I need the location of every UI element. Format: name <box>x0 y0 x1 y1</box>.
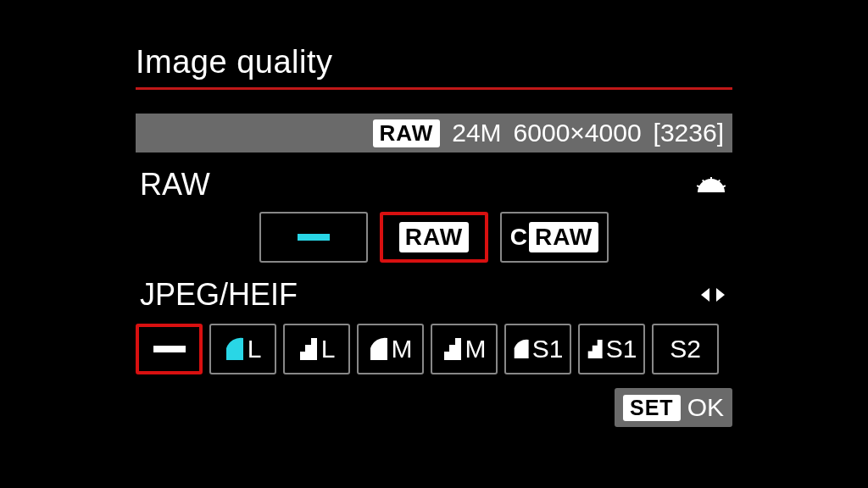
jpeg-option-fine-s1[interactable]: S1 <box>504 324 571 374</box>
quality-fine-icon <box>225 336 247 362</box>
jpeg-option-fine-m[interactable]: M <box>357 324 424 374</box>
dash-icon <box>153 346 186 352</box>
set-ok-button[interactable]: SET OK <box>615 388 732 427</box>
raw-option-craw[interactable]: C RAW <box>500 212 609 263</box>
quality-normal-icon <box>587 337 605 361</box>
raw-option-raw[interactable]: RAW <box>380 212 488 263</box>
quality-normal-icon <box>442 336 465 362</box>
info-raw-badge: RAW <box>373 119 441 147</box>
nav-arrows-icon <box>698 285 728 305</box>
size-letter: M <box>465 335 487 363</box>
dash-icon <box>298 234 330 241</box>
jpeg-option-normal-m[interactable]: M <box>431 324 498 374</box>
size-letter: L <box>248 335 262 363</box>
craw-c-label: C <box>510 224 527 251</box>
quality-fine-icon <box>369 336 391 362</box>
size-letter: S1 <box>606 335 637 363</box>
jpeg-section-label: JPEG/HEIF <box>140 277 298 313</box>
jpeg-option-normal-l[interactable]: L <box>283 324 350 374</box>
jpeg-option-none[interactable] <box>136 324 203 374</box>
size-letter: L <box>321 335 336 363</box>
jpeg-option-fine-l[interactable]: L <box>209 324 276 374</box>
quality-normal-icon <box>298 336 320 362</box>
jpeg-section: JPEG/HEIF L L <box>136 274 732 374</box>
raw-section-label: RAW <box>140 167 210 202</box>
info-bar: RAW 24M 6000×4000 [3236] <box>136 114 732 152</box>
info-shots-remaining: [3236] <box>654 119 724 147</box>
jpeg-option-normal-s1[interactable]: S1 <box>578 324 645 374</box>
set-badge: SET <box>623 395 681 421</box>
jpeg-option-s2[interactable]: S2 <box>652 324 719 374</box>
size-letter: M <box>392 335 413 363</box>
size-letter: S2 <box>670 335 701 363</box>
size-letter: S1 <box>532 335 564 363</box>
raw-label: RAW <box>399 222 469 252</box>
title-bar: Image quality <box>136 0 732 90</box>
ok-label: OK <box>687 393 724 422</box>
raw-option-none[interactable] <box>259 212 368 263</box>
svg-rect-0 <box>710 177 712 181</box>
raw-section: RAW RAW <box>136 164 732 263</box>
craw-raw-label: RAW <box>529 222 598 252</box>
page-title: Image quality <box>136 44 732 80</box>
quality-fine-icon <box>513 337 531 361</box>
info-dimensions: 6000×4000 <box>514 119 642 147</box>
info-megapixels: 24M <box>452 119 501 147</box>
dial-icon <box>694 175 728 194</box>
